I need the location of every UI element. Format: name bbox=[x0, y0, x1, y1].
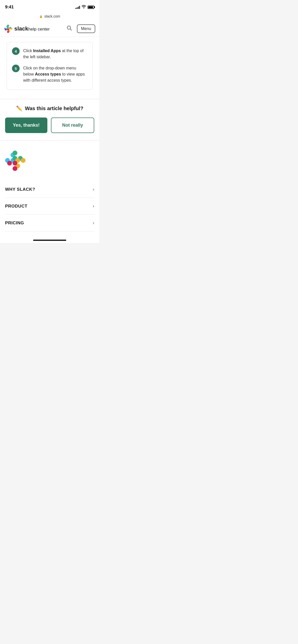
header-actions: Menu bbox=[65, 24, 95, 34]
step-4-text: Click Installed Apps at the top of the l… bbox=[23, 47, 87, 60]
home-bar bbox=[33, 240, 66, 241]
svg-rect-20 bbox=[21, 158, 25, 163]
slack-logo-icon bbox=[4, 25, 12, 33]
footer-slack-logo-icon bbox=[5, 151, 25, 171]
logo-slack-text: slack bbox=[14, 25, 28, 32]
footer-nav-product-label: PRODUCT bbox=[5, 204, 28, 209]
footer-nav-why-slack-label: WHY SLACK? bbox=[5, 187, 35, 192]
footer-logo-area bbox=[5, 151, 94, 172]
pencil-icon: ✏️ bbox=[16, 105, 22, 111]
svg-rect-23 bbox=[12, 166, 17, 171]
svg-rect-10 bbox=[7, 28, 9, 31]
chevron-right-icon-3: › bbox=[93, 220, 94, 226]
helpful-buttons: Yes, thanks! Not really bbox=[5, 118, 94, 133]
svg-rect-17 bbox=[12, 151, 17, 155]
logo-area: slack help center bbox=[4, 25, 50, 33]
lock-icon: 🔒 bbox=[39, 15, 43, 18]
url-bar: 🔒 slack.com bbox=[0, 13, 99, 21]
svg-rect-6 bbox=[10, 28, 12, 30]
helpful-title-area: ✏️ Was this article helpful? bbox=[5, 105, 94, 111]
step-5-item: 5 Click on the drop-down menu below Acce… bbox=[12, 65, 87, 83]
status-icons bbox=[75, 5, 94, 9]
helpful-section: ✏️ Was this article helpful? Yes, thanks… bbox=[0, 99, 99, 140]
step-5-text: Click on the drop-down menu below Access… bbox=[23, 65, 87, 83]
footer-nav-why-slack[interactable]: WHY SLACK? › bbox=[5, 181, 94, 198]
steps-card: 4 Click Installed Apps at the top of the… bbox=[7, 42, 93, 90]
content-area: 4 Click Installed Apps at the top of the… bbox=[0, 37, 99, 243]
step-4-number: 4 bbox=[12, 47, 20, 55]
chevron-right-icon-2: › bbox=[93, 203, 94, 209]
svg-rect-25 bbox=[7, 161, 12, 166]
step-4-item: 4 Click Installed Apps at the top of the… bbox=[12, 47, 87, 60]
steps-section: 4 Click Installed Apps at the top of the… bbox=[0, 37, 99, 91]
menu-button[interactable]: Menu bbox=[77, 24, 95, 33]
chevron-right-icon-1: › bbox=[93, 187, 94, 192]
not-really-button[interactable]: Not really bbox=[51, 118, 94, 133]
status-time: 9:41 bbox=[5, 5, 14, 10]
footer-nav-pricing[interactable]: PRICING › bbox=[5, 215, 94, 231]
logo-text: slack help center bbox=[14, 25, 50, 32]
svg-rect-3 bbox=[7, 25, 9, 27]
svg-rect-11 bbox=[5, 28, 7, 31]
step-5-number: 5 bbox=[12, 65, 20, 72]
footer: WHY SLACK? › PRODUCT › PRICING › bbox=[0, 140, 99, 237]
step-4-bold: Installed Apps bbox=[33, 49, 61, 53]
url-text: slack.com bbox=[44, 14, 60, 18]
helpful-title-text: Was this article helpful? bbox=[25, 106, 83, 111]
search-icon bbox=[66, 25, 72, 31]
svg-line-13 bbox=[70, 29, 72, 31]
step-5-bold: Access types bbox=[35, 72, 61, 76]
home-indicator bbox=[0, 237, 99, 243]
footer-nav-product[interactable]: PRODUCT › bbox=[5, 198, 94, 215]
page: 9:41 🔒 slack.com bbox=[0, 0, 99, 243]
header: slack help center Menu bbox=[0, 21, 99, 37]
svg-rect-24 bbox=[12, 161, 17, 166]
status-bar: 9:41 bbox=[0, 0, 99, 13]
footer-nav-pricing-label: PRICING bbox=[5, 221, 24, 226]
yes-thanks-button[interactable]: Yes, thanks! bbox=[5, 118, 47, 133]
signal-icon bbox=[75, 5, 80, 9]
battery-icon bbox=[88, 6, 94, 9]
logo-help-text: help center bbox=[28, 27, 50, 32]
wifi-icon bbox=[82, 5, 86, 9]
svg-rect-9 bbox=[7, 31, 9, 33]
search-button[interactable] bbox=[65, 24, 73, 34]
